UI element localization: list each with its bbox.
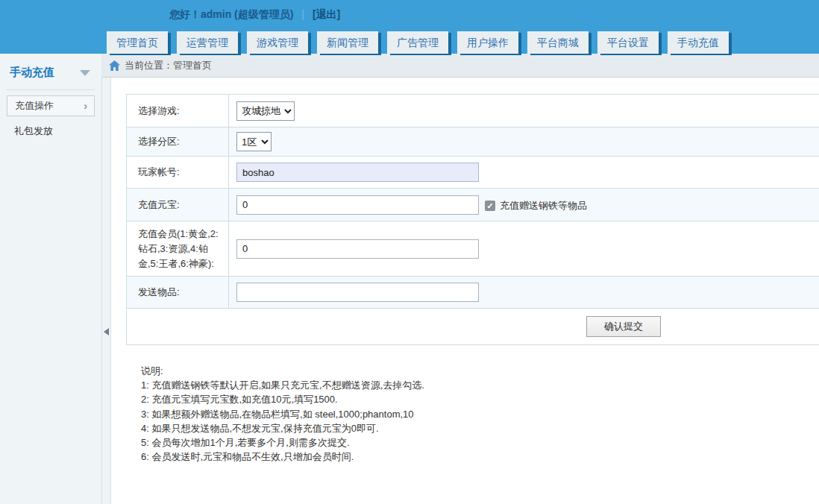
- tab-platform-mall[interactable]: 平台商城: [527, 31, 589, 54]
- account-label: 玩家帐号:: [127, 157, 229, 189]
- breadcrumb-label: 当前位置：管理首页: [125, 59, 212, 72]
- sidebar-item-gift-dispatch[interactable]: 礼包发放: [0, 116, 101, 138]
- zone-label: 选择分区:: [127, 127, 229, 157]
- game-select[interactable]: 攻城掠地: [236, 101, 295, 121]
- gift-checkbox[interactable]: ✓: [485, 201, 495, 211]
- account-input[interactable]: [236, 163, 479, 182]
- zone-select[interactable]: 1区: [236, 132, 272, 151]
- instructions: 说明: 1: 充值赠送钢铁等默认开启,如果只充元宝,不想赠送资源,去掉勾选. 2…: [141, 364, 819, 464]
- tab-games[interactable]: 游戏管理: [247, 31, 308, 54]
- home-icon: [109, 60, 120, 71]
- table-row: 发送物品:: [127, 277, 819, 309]
- tab-platform-settings[interactable]: 平台设置: [597, 31, 659, 54]
- chevron-right-icon: ›: [84, 101, 87, 111]
- sidebar-item-recharge-ops[interactable]: 充值操作 ›: [7, 95, 95, 116]
- items-label: 发送物品:: [127, 277, 229, 309]
- instruction-line: 6: 会员发送时,元宝和物品不生效,只增加会员时间.: [141, 450, 819, 464]
- recharge-form-table: 选择游戏: 攻城掠地 选择分区: 1区: [126, 94, 819, 345]
- greeting-separator: |: [301, 8, 304, 20]
- sidebar-item-label: 充值操作: [15, 99, 54, 113]
- breadcrumb: 当前位置：管理首页: [101, 54, 819, 78]
- table-row: 玩家帐号:: [127, 157, 819, 189]
- check-icon: ✓: [486, 201, 493, 210]
- instructions-title: 说明:: [141, 364, 819, 378]
- table-row: 充值元宝: ✓充值赠送钢铁等物品: [127, 189, 819, 221]
- tab-news[interactable]: 新闻管理: [317, 31, 378, 54]
- game-label: 选择游戏:: [127, 95, 229, 127]
- user-greeting: 您好！admin (超级管理员) | [退出]: [169, 8, 340, 22]
- tab-admin-home[interactable]: 管理首页: [107, 31, 168, 54]
- sidebar: 手动充值 充值操作 › 礼包发放: [0, 54, 101, 504]
- collapse-left-icon[interactable]: [104, 328, 109, 336]
- instruction-line: 4: 如果只想发送物品,不想发元宝,保持充值元宝为0即可.: [141, 421, 819, 435]
- tab-operations[interactable]: 运营管理: [177, 31, 238, 54]
- vip-input[interactable]: [236, 239, 479, 259]
- main-nav-tabs: 管理首页 运营管理 游戏管理 新闻管理 广告管理 用户操作 平台商城 平台设置 …: [107, 31, 729, 54]
- tab-user-ops[interactable]: 用户操作: [457, 31, 518, 54]
- table-row: 选择游戏: 攻城掠地: [127, 95, 819, 127]
- top-header: 您好！admin (超级管理员) | [退出] 管理首页 运营管理 游戏管理 新…: [0, 0, 819, 54]
- table-row: 充值会员(1:黄金,2:钻石,3:资源,4:铂金,5:王者,6:神豪):: [127, 221, 819, 277]
- logout-link[interactable]: [退出]: [313, 8, 340, 20]
- gold-input[interactable]: [236, 195, 479, 215]
- sidebar-splitter[interactable]: [101, 78, 111, 504]
- gold-label: 充值元宝:: [127, 189, 229, 221]
- instruction-line: 5: 会员每次增加1个月,若要多个月,则需多次提交.: [141, 435, 819, 450]
- confirm-submit-button[interactable]: 确认提交: [586, 316, 661, 337]
- greeting-text: 您好！admin (超级管理员): [169, 8, 293, 20]
- main-content: 选择游戏: 攻城掠地 选择分区: 1区: [111, 78, 819, 504]
- collapse-triangle-icon[interactable]: [80, 70, 90, 76]
- tab-manual-recharge[interactable]: 手动充值: [668, 31, 729, 54]
- table-row: 确认提交: [127, 309, 819, 345]
- sidebar-title: 手动充值: [10, 66, 54, 80]
- vip-label: 充值会员(1:黄金,2:钻石,3:资源,4:铂金,5:王者,6:神豪):: [127, 221, 229, 277]
- gift-checkbox-label: 充值赠送钢铁等物品: [500, 200, 587, 211]
- instruction-line: 3: 如果想额外赠送物品,在物品栏填写,如 steel,1000;phantom…: [141, 407, 819, 421]
- items-input[interactable]: [236, 283, 479, 302]
- tab-ads[interactable]: 广告管理: [387, 31, 448, 54]
- sidebar-divider: [7, 89, 95, 90]
- table-row: 选择分区: 1区: [127, 127, 819, 157]
- instruction-line: 1: 充值赠送钢铁等默认开启,如果只充元宝,不想赠送资源,去掉勾选.: [141, 378, 819, 392]
- instruction-line: 2: 充值元宝填写元宝数,如充值10元,填写1500.: [141, 392, 819, 406]
